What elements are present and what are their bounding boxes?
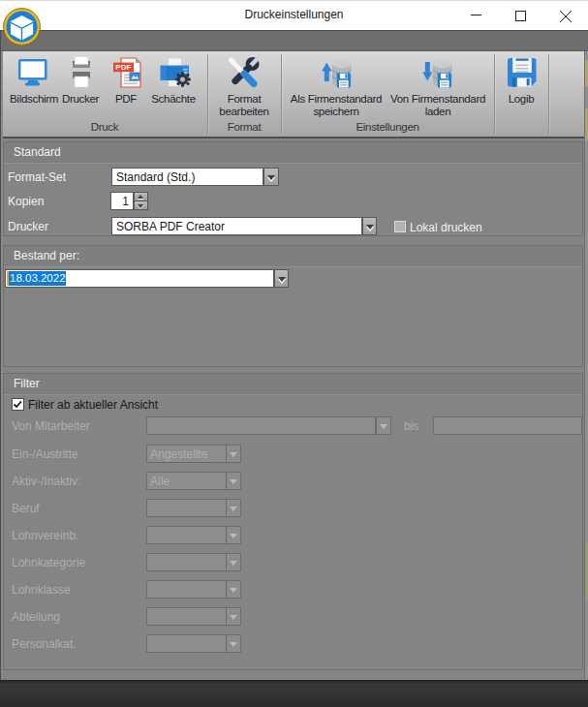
svg-text:PDF: PDF [115, 63, 131, 72]
